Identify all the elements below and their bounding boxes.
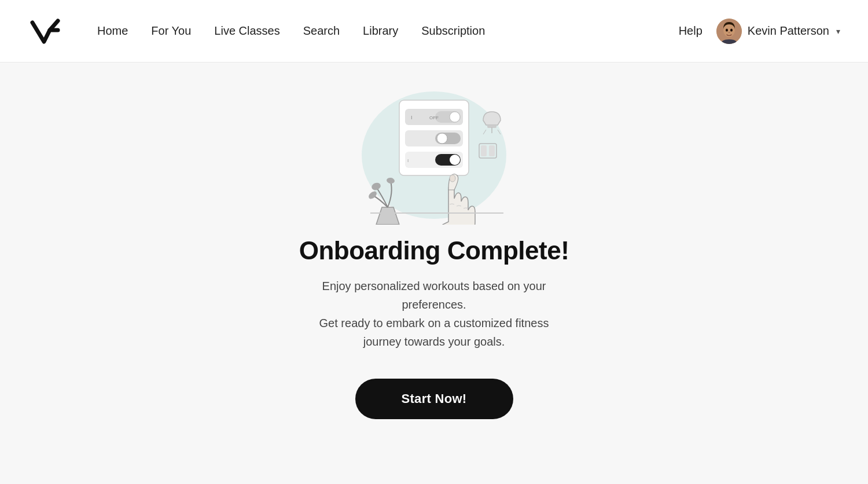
svg-point-5	[370, 182, 381, 192]
onboarding-subtitle: Enjoy personalized workouts based on you…	[289, 277, 579, 351]
start-now-button[interactable]: Start Now!	[355, 379, 513, 419]
svg-line-23	[483, 130, 486, 134]
svg-point-11	[450, 112, 460, 122]
header-right: Help	[679, 19, 840, 44]
svg-text:I: I	[411, 115, 413, 120]
svg-text:I: I	[407, 158, 409, 163]
svg-point-7	[367, 190, 378, 200]
user-profile-menu[interactable]: Kevin Patterson ▾	[716, 19, 840, 44]
svg-point-28	[450, 175, 455, 182]
svg-rect-26	[481, 145, 487, 156]
svg-rect-27	[489, 145, 495, 156]
chevron-down-icon: ▾	[836, 27, 840, 36]
nav-home[interactable]: Home	[97, 24, 128, 38]
svg-point-3	[730, 28, 733, 31]
svg-point-19	[450, 155, 460, 165]
onboarding-title: Onboarding Complete!	[299, 236, 569, 265]
svg-point-16	[437, 133, 447, 144]
avatar	[716, 19, 742, 44]
nav-search[interactable]: Search	[303, 24, 340, 38]
onboarding-illustration: I OFF I	[347, 86, 521, 225]
nav-library[interactable]: Library	[363, 24, 398, 38]
nav-live-classes[interactable]: Live Classes	[214, 24, 279, 38]
svg-line-24	[498, 130, 501, 134]
main-nav: Home For You Live Classes Search Library…	[97, 24, 679, 38]
svg-text:OFF: OFF	[429, 115, 439, 120]
main-header: Home For You Live Classes Search Library…	[0, 0, 868, 63]
svg-point-4	[728, 32, 730, 33]
svg-point-2	[726, 28, 728, 31]
main-content: I OFF I	[0, 63, 868, 484]
illustration-svg: I OFF I	[353, 86, 515, 225]
nav-for-you[interactable]: For You	[151, 24, 191, 38]
user-name: Kevin Patterson	[748, 24, 829, 38]
help-link[interactable]: Help	[679, 24, 703, 38]
nav-subscription[interactable]: Subscription	[421, 24, 485, 38]
logo[interactable]	[28, 14, 62, 49]
svg-point-6	[386, 177, 395, 184]
